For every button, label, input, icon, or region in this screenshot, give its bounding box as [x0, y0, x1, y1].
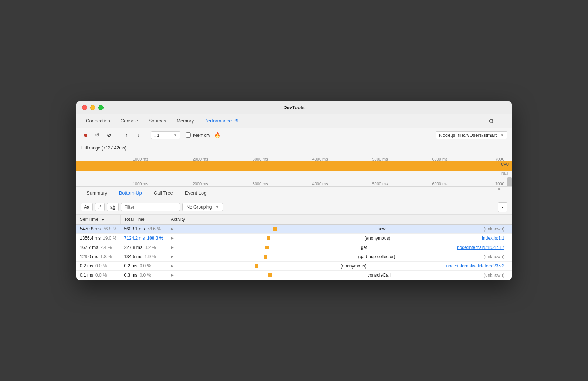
cell-self-time: 0.2 ms0.0 %: [76, 261, 120, 270]
memory-checkbox[interactable]: [186, 132, 191, 138]
cell-activity: ▶consoleCall(unknown): [167, 270, 512, 280]
maximize-button[interactable]: [98, 105, 104, 110]
table-row[interactable]: 1356.4 ms19.0 %7124.2 ms100.0 %▶(anonymo…: [76, 233, 512, 243]
cpu-bar: [76, 161, 512, 171]
table-row[interactable]: 129.0 ms1.8 %134.5 ms1.9 %▶(garbage coll…: [76, 252, 512, 261]
memory-checkbox-group: Memory: [186, 132, 210, 138]
toolbar: ⏺ ↺ ⊘ ↑ ↓ #1 ▼ Memory 🔥 Node.js: file://…: [76, 128, 512, 142]
net-label: NET: [501, 171, 509, 175]
col-self-time[interactable]: Self Time ▼: [76, 215, 120, 225]
minimize-button[interactable]: [90, 105, 95, 110]
ruler2-mark-7000: 7000 ms: [495, 182, 504, 190]
cell-total-time: 227.8 ms3.2 %: [120, 243, 167, 252]
tab-sources[interactable]: Sources: [143, 115, 171, 127]
ruler2-mark-4000: 4000 ms: [312, 182, 328, 186]
devtools-window: DevTools Connection Console Sources Memo…: [76, 101, 512, 280]
ruler2-mark-3000: 3000 ms: [253, 182, 268, 186]
tab-summary[interactable]: Summary: [81, 187, 113, 199]
tab-memory[interactable]: Memory: [171, 115, 199, 127]
table-row[interactable]: 0.1 ms0.0 %0.3 ms0.0 %▶consoleCall(unkno…: [76, 270, 512, 280]
tab-event-log[interactable]: Event Log: [179, 187, 213, 199]
expand-icon[interactable]: ▶: [171, 236, 174, 240]
table-row[interactable]: 0.2 ms0.0 %0.2 ms0.0 %▶(anonymous)node:i…: [76, 261, 512, 270]
table-row[interactable]: 167.7 ms2.4 %227.8 ms3.2 %▶getnode:inter…: [76, 243, 512, 252]
panel-toggle-button[interactable]: ⊡: [498, 202, 507, 212]
activity-color-icon: [264, 255, 267, 259]
clear-button[interactable]: ⊘: [104, 130, 114, 140]
case-sensitive-button[interactable]: Aa: [81, 203, 93, 211]
window-title: DevTools: [283, 105, 305, 110]
timeline-range-label: Full range (7127.42ms): [81, 145, 507, 151]
tab-bar-actions: ⚙ ⋮: [487, 117, 507, 125]
performance-table: Self Time ▼ Total Time Activity 5470.8 m…: [76, 215, 512, 280]
download-button[interactable]: ↓: [134, 130, 143, 140]
expand-icon[interactable]: ▶: [171, 264, 174, 268]
activity-link[interactable]: index.js:1:1: [482, 236, 504, 241]
close-button[interactable]: [82, 105, 87, 110]
profile-selector[interactable]: #1 ▼: [151, 131, 180, 139]
title-bar: DevTools: [76, 101, 512, 114]
activity-link[interactable]: node:internal/validators:235:3: [446, 263, 504, 269]
expand-icon[interactable]: ▶: [171, 273, 174, 277]
ruler2-mark-5000: 5000 ms: [372, 182, 388, 186]
activity-color-icon: [273, 227, 277, 231]
cell-self-time: 1356.4 ms19.0 %: [76, 233, 120, 243]
expand-icon[interactable]: ▶: [171, 254, 174, 259]
activity-color-icon: [268, 273, 272, 277]
ruler2-mark-6000: 6000 ms: [432, 182, 447, 186]
expand-icon[interactable]: ▶: [171, 227, 174, 231]
timeline-section: Full range (7127.42ms) 1000 ms 2000 ms 3…: [76, 142, 512, 187]
upload-button[interactable]: ↑: [122, 130, 131, 140]
node-selector[interactable]: Node.js: file:///Users/stmart ▼: [436, 131, 507, 139]
activity-color-icon: [265, 246, 269, 249]
tab-connection[interactable]: Connection: [81, 115, 115, 127]
activity-unknown: (unknown): [484, 226, 504, 232]
analysis-tabs: Summary Bottom-Up Call Tree Event Log: [76, 187, 512, 200]
cell-activity: ▶(anonymous)node:internal/validators:235…: [167, 261, 512, 270]
cell-activity: ▶now(unknown): [167, 224, 512, 233]
reload-button[interactable]: ↺: [92, 130, 102, 140]
ruler2-mark-2000: 2000 ms: [193, 182, 208, 186]
cell-self-time: 167.7 ms2.4 %: [76, 243, 120, 252]
tab-list: Connection Console Sources Memory Perfor…: [81, 115, 487, 127]
tab-performance[interactable]: Performance ⚗: [199, 115, 244, 127]
filter-input[interactable]: [121, 203, 180, 211]
cpu-label: CPU: [501, 162, 509, 166]
activity-name: consoleCall: [368, 273, 391, 278]
activity-name: (anonymous): [341, 263, 366, 269]
activity-name: (anonymous): [364, 236, 390, 241]
cell-total-time: 0.2 ms0.0 %: [120, 261, 167, 270]
expand-icon[interactable]: ▶: [171, 245, 174, 249]
scroll-handle[interactable]: [507, 177, 512, 186]
settings-button[interactable]: ⚙: [487, 117, 496, 125]
activity-name: get: [361, 245, 367, 250]
traffic-lights: [82, 105, 104, 110]
more-options-button[interactable]: ⋮: [499, 117, 507, 125]
activity-link[interactable]: node:internal/util:647:17: [457, 245, 504, 250]
cell-activity: ▶getnode:internal/util:647:17: [167, 243, 512, 252]
cell-self-time: 5470.8 ms76.8 %: [76, 224, 120, 233]
cell-total-time: 7124.2 ms100.0 %: [120, 233, 167, 243]
activity-name: now: [377, 226, 385, 232]
data-table-container: Self Time ▼ Total Time Activity 5470.8 m…: [76, 215, 512, 280]
record-button[interactable]: ⏺: [81, 130, 90, 140]
cell-self-time: 0.1 ms0.0 %: [76, 270, 120, 280]
cpu-throttle-icon[interactable]: 🔥: [214, 132, 220, 138]
memory-label: Memory: [193, 132, 210, 138]
tab-console[interactable]: Console: [115, 115, 143, 127]
cell-activity: ▶(anonymous)index.js:1:1: [167, 233, 512, 243]
whole-word-button[interactable]: ab̲: [107, 203, 119, 211]
regex-button[interactable]: .*: [95, 203, 105, 211]
cell-activity: ▶(garbage collector)(unknown): [167, 252, 512, 261]
activity-unknown: (unknown): [484, 273, 504, 278]
cell-total-time: 0.3 ms0.0 %: [120, 270, 167, 280]
cell-total-time: 134.5 ms1.9 %: [120, 252, 167, 261]
tab-call-tree[interactable]: Call Tree: [148, 187, 179, 199]
toolbar-divider-2: [147, 131, 147, 139]
activity-unknown: (unknown): [484, 254, 504, 259]
tab-bottom-up[interactable]: Bottom-Up: [113, 187, 148, 199]
col-total-time[interactable]: Total Time: [120, 215, 167, 225]
table-row[interactable]: 5470.8 ms76.8 %5603.1 ms78.6 %▶now(unkno…: [76, 224, 512, 233]
col-activity[interactable]: Activity: [167, 215, 512, 225]
grouping-select[interactable]: No Grouping ▼: [182, 203, 223, 211]
